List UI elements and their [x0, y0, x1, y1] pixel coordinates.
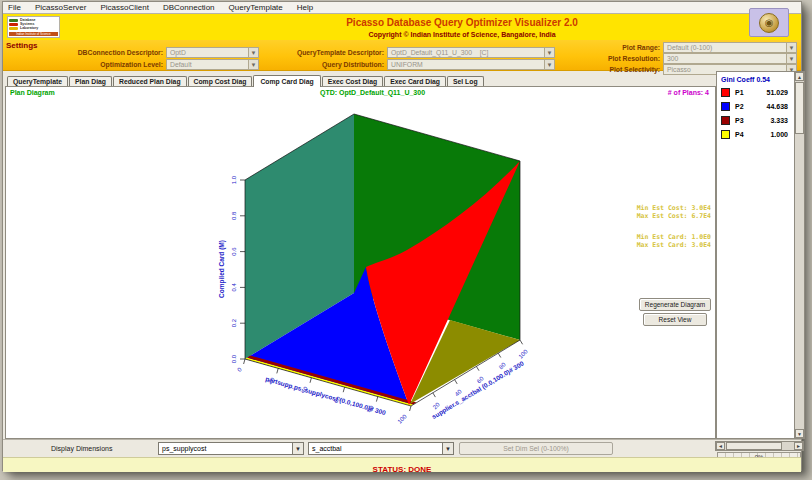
svg-text:0.4: 0.4	[231, 283, 237, 292]
set-dim-sel-button[interactable]: Set Dim Sel (0-100%)	[459, 442, 613, 455]
svg-text:0.6: 0.6	[231, 247, 237, 256]
svg-text:0.2: 0.2	[231, 318, 237, 327]
plot-range-label: Plot Range:	[563, 44, 663, 51]
query-distribution-label: Query Distribution:	[229, 61, 387, 68]
dsl-logo-bars-icon	[9, 18, 18, 32]
svg-text:0.8: 0.8	[231, 211, 237, 220]
query-distribution-select[interactable]: UNIFORM ▼	[387, 59, 555, 70]
app-header: Database Systems Laboratory Indian Insti…	[3, 14, 801, 40]
legend-item-p4: P4 1.000	[721, 130, 792, 139]
plot-canvas[interactable]: Plan Diagram QTD: OptD_Default_Q11_U_300…	[5, 86, 716, 439]
regenerate-diagram-button[interactable]: Regenerate Diagram	[639, 298, 711, 311]
max-est-cost: Max Est Cost: 6.7E4	[637, 213, 711, 221]
tab-comp-cost-diag[interactable]: Comp Cost Diag	[188, 76, 253, 86]
max-est-card: Max Est Card: 3.0E4	[637, 242, 711, 250]
tab-reduced-plan-diag[interactable]: Reduced Plan Diag	[113, 76, 187, 86]
tab-exec-cost-diag[interactable]: Exec Cost Diag	[322, 76, 383, 86]
legend-item-p3: P3 3.333	[721, 116, 792, 125]
menu-querytemplate[interactable]: QueryTemplate	[229, 3, 283, 12]
chevron-down-icon[interactable]: ▼	[442, 443, 453, 454]
p3-color-swatch	[721, 116, 730, 125]
plan-area-pct: 44.638	[767, 103, 792, 110]
legend-panel: Gini Coeff 0.54 P1 51.029 P2 44.638 P3 3…	[716, 71, 805, 439]
dbconn-descriptor-value: OptD	[170, 49, 186, 56]
tab-bar: QueryTemplate Plan Diag Reduced Plan Dia…	[5, 71, 716, 86]
iisc-emblem-icon: ◉	[749, 8, 789, 37]
plan-name: P3	[735, 117, 749, 124]
tab-querytemplate[interactable]: QueryTemplate	[7, 76, 68, 86]
menu-file[interactable]: File	[8, 3, 21, 12]
reset-view-button[interactable]: Reset View	[643, 313, 707, 326]
query-distribution-value: UNIFORM	[391, 61, 423, 68]
menu-dbconnection[interactable]: DBConnection	[163, 3, 215, 12]
tab-exec-card-diag[interactable]: Exec Card Diag	[384, 76, 446, 86]
legend-scrollbar[interactable]: ▲ ▼	[794, 72, 804, 438]
svg-text:0.0: 0.0	[231, 354, 237, 363]
scroll-right-icon[interactable]: ►	[794, 442, 803, 450]
chevron-down-icon: ▼	[786, 43, 796, 52]
menu-picassoclient[interactable]: PicassoClient	[100, 3, 148, 12]
optimization-level-label: Optimization Level:	[6, 61, 166, 68]
z-axis-title: Compiled Card (M)	[218, 240, 226, 298]
plan-area-pct: 3.333	[770, 117, 792, 124]
scroll-down-icon[interactable]: ▼	[795, 429, 804, 438]
plot-region: QueryTemplate Plan Diag Reduced Plan Dia…	[5, 71, 716, 439]
svg-text:100: 100	[517, 348, 529, 360]
settings-panel: Settings DBConnection Descriptor: OptD ▼…	[3, 40, 801, 71]
chevron-down-icon: ▼	[544, 60, 554, 69]
plan-name: P1	[735, 89, 749, 96]
legend-item-p1: P1 51.029	[721, 88, 792, 97]
legend-item-p2: P2 44.638	[721, 102, 792, 111]
tab-plan-diag[interactable]: Plan Diag	[69, 76, 112, 86]
gini-coeff-label: Gini Coeff 0.54	[721, 76, 792, 83]
status-text: STATUS: DONE	[373, 465, 432, 474]
tab-comp-card-diag[interactable]: Comp Card Diag	[253, 75, 320, 87]
logo-caption: Indian Institute of Science	[9, 32, 58, 36]
display-dimensions-label: Display Dimensions	[51, 445, 112, 452]
dbconn-descriptor-label: DBConnection Descriptor:	[6, 49, 166, 56]
dimension1-value: ps_supplycost	[162, 445, 206, 452]
plan-area-pct: 1.000	[770, 131, 792, 138]
z-tick-labels: 0.0 0.2 0.4 0.6 0.8 1.0	[231, 175, 237, 363]
chevron-down-icon: ▼	[786, 54, 796, 63]
chevron-down-icon[interactable]: ▼	[292, 443, 303, 454]
copyright-text: Copyright © Indian Institute of Science,…	[183, 31, 741, 38]
p2-color-swatch	[721, 102, 730, 111]
svg-text:1.0: 1.0	[231, 175, 237, 184]
optimization-level-value: Default	[170, 61, 192, 68]
plot-resolution-value: 300	[667, 55, 678, 62]
tab-sel-log[interactable]: Sel Log	[447, 76, 484, 86]
app-window: File PicassoServer PicassoClient DBConne…	[2, 1, 802, 471]
querytemplate-descriptor-value: OptD_Default_Q11_U_300 [C]	[391, 49, 488, 56]
menu-help[interactable]: Help	[297, 3, 313, 12]
chevron-down-icon: ▼	[544, 48, 554, 57]
plot-range-value: Default (0-100)	[667, 44, 712, 51]
plan-area-pct: 51.029	[767, 89, 792, 96]
plot-range-select[interactable]: Default (0-100) ▼	[663, 42, 797, 53]
dimension1-combobox[interactable]: ps_supplycost ▼	[158, 442, 304, 455]
plan-diagram-3d: 0.0 0.2 0.4 0.6 0.8 1.0 0 20 40	[7, 88, 716, 439]
plan-name: P4	[735, 131, 749, 138]
svg-text:0: 0	[236, 366, 243, 373]
svg-text:100: 100	[396, 413, 408, 425]
status-bar: STATUS: DONE	[3, 457, 801, 472]
plot-resolution-label: Plot Resolution:	[563, 55, 663, 62]
scroll-left-icon[interactable]: ◄	[716, 442, 725, 450]
dimension2-combobox[interactable]: s_acctbal ▼	[308, 442, 454, 455]
dsl-logo: Database Systems Laboratory Indian Insti…	[7, 16, 60, 38]
plot-resolution-select[interactable]: 300 ▼	[663, 53, 797, 64]
estimate-stats: Min Est Cost: 3.0E4 Max Est Cost: 6.7E4 …	[637, 205, 711, 249]
scroll-up-icon[interactable]: ▲	[795, 72, 804, 81]
p4-color-swatch	[721, 130, 730, 139]
querytemplate-descriptor-select[interactable]: OptD_Default_Q11_U_300 [C] ▼	[387, 47, 555, 58]
plan-name: P2	[735, 103, 749, 110]
menu-picassoserver[interactable]: PicassoServer	[35, 3, 87, 12]
scrollbar-thumb[interactable]	[795, 82, 804, 134]
horizontal-scrollbar[interactable]: ◄ ►	[715, 441, 804, 451]
querytemplate-descriptor-label: QueryTemplate Descriptor:	[229, 49, 387, 56]
z-axis-ticks	[240, 180, 245, 359]
menu-bar: File PicassoServer PicassoClient DBConne…	[3, 2, 801, 14]
scrollbar-thumb[interactable]	[726, 442, 782, 450]
dimension2-value: s_acctbal	[312, 445, 342, 452]
logo-line: Laboratory	[20, 26, 38, 30]
